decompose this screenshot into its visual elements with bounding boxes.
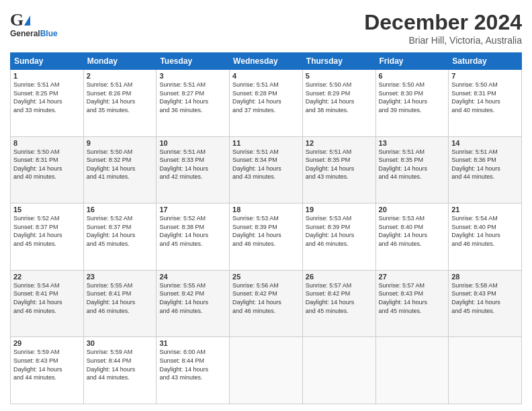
table-row [302,337,375,404]
day-info: Sunrise: 5:58 AM Sunset: 8:43 PM Dayligh… [451,281,519,315]
table-row: 16Sunrise: 5:52 AM Sunset: 8:37 PM Dayli… [83,203,157,271]
table-row: 3Sunrise: 5:51 AM Sunset: 8:27 PM Daylig… [157,70,230,137]
day-info: Sunrise: 5:55 AM Sunset: 8:42 PM Dayligh… [159,281,226,315]
day-number: 1 [13,72,81,80]
day-number: 27 [379,273,446,281]
day-number: 28 [451,273,519,281]
table-row: 5Sunrise: 5:50 AM Sunset: 8:29 PM Daylig… [302,70,375,137]
day-info: Sunrise: 5:50 AM Sunset: 8:32 PM Dayligh… [87,148,154,181]
table-row: 29Sunrise: 5:59 AM Sunset: 8:43 PM Dayli… [11,337,84,404]
day-info: Sunrise: 5:52 AM Sunset: 8:38 PM Dayligh… [159,214,226,248]
day-number: 5 [306,72,373,80]
table-row: 14Sunrise: 5:51 AM Sunset: 8:36 PM Dayli… [449,136,522,203]
logo-blue-text: Blue [40,29,58,38]
day-info: Sunrise: 5:57 AM Sunset: 8:43 PM Dayligh… [379,281,446,315]
table-row: 10Sunrise: 5:51 AM Sunset: 8:33 PM Dayli… [157,136,230,203]
day-number: 2 [87,72,154,80]
table-row: 2Sunrise: 5:51 AM Sunset: 8:26 PM Daylig… [83,70,157,137]
day-number: 23 [87,273,154,281]
day-info: Sunrise: 5:57 AM Sunset: 8:42 PM Dayligh… [306,281,373,315]
calendar-table: Sunday Monday Tuesday Wednesday Thursday… [10,52,522,404]
day-info: Sunrise: 5:50 AM Sunset: 8:30 PM Dayligh… [379,81,446,114]
header: G General Blue December 2024 Briar Hill,… [10,10,522,46]
day-info: Sunrise: 5:53 AM Sunset: 8:39 PM Dayligh… [232,214,300,248]
table-row: 22Sunrise: 5:54 AM Sunset: 8:41 PM Dayli… [11,270,84,337]
day-info: Sunrise: 5:56 AM Sunset: 8:42 PM Dayligh… [232,281,300,315]
day-number: 9 [87,139,154,147]
day-number: 10 [159,139,226,147]
col-friday: Friday [375,53,449,70]
day-number: 6 [379,72,446,80]
table-row: 8Sunrise: 5:50 AM Sunset: 8:31 PM Daylig… [11,136,84,203]
day-number: 4 [232,72,300,80]
table-row: 12Sunrise: 5:51 AM Sunset: 8:35 PM Dayli… [302,136,375,203]
calendar-subtitle: Briar Hill, Victoria, Australia [364,35,522,46]
table-row: 17Sunrise: 5:52 AM Sunset: 8:38 PM Dayli… [157,203,230,271]
table-row: 4Sunrise: 5:51 AM Sunset: 8:28 PM Daylig… [230,70,303,137]
day-info: Sunrise: 5:59 AM Sunset: 8:44 PM Dayligh… [87,348,154,381]
day-number: 15 [13,205,81,214]
table-row: 18Sunrise: 5:53 AM Sunset: 8:39 PM Dayli… [230,203,303,271]
day-info: Sunrise: 5:50 AM Sunset: 8:31 PM Dayligh… [13,148,81,181]
day-number: 31 [159,339,226,347]
day-number: 16 [87,205,154,214]
day-info: Sunrise: 5:55 AM Sunset: 8:41 PM Dayligh… [87,281,154,315]
day-number: 8 [13,139,81,147]
table-row [375,337,449,404]
day-number: 24 [159,273,226,281]
day-info: Sunrise: 5:52 AM Sunset: 8:37 PM Dayligh… [13,214,81,248]
table-row [449,337,522,404]
day-number: 22 [13,273,81,281]
calendar-header-row: Sunday Monday Tuesday Wednesday Thursday… [11,53,522,70]
logo-triangle-icon [24,15,30,26]
day-number: 18 [232,205,300,214]
table-row: 25Sunrise: 5:56 AM Sunset: 8:42 PM Dayli… [230,270,303,337]
table-row: 23Sunrise: 5:55 AM Sunset: 8:41 PM Dayli… [83,270,157,337]
col-thursday: Thursday [302,53,375,70]
calendar-week-3: 15Sunrise: 5:52 AM Sunset: 8:37 PM Dayli… [11,203,522,271]
col-sunday: Sunday [11,53,84,70]
day-number: 26 [306,273,373,281]
day-info: Sunrise: 5:51 AM Sunset: 8:26 PM Dayligh… [87,81,154,114]
table-row: 6Sunrise: 5:50 AM Sunset: 8:30 PM Daylig… [375,70,449,137]
day-info: Sunrise: 5:51 AM Sunset: 8:35 PM Dayligh… [379,148,446,181]
day-info: Sunrise: 6:00 AM Sunset: 8:44 PM Dayligh… [159,348,226,381]
day-number: 29 [13,339,81,347]
day-info: Sunrise: 5:54 AM Sunset: 8:41 PM Dayligh… [13,281,81,315]
table-row: 13Sunrise: 5:51 AM Sunset: 8:35 PM Dayli… [375,136,449,203]
col-tuesday: Tuesday [157,53,230,70]
table-row: 26Sunrise: 5:57 AM Sunset: 8:42 PM Dayli… [302,270,375,337]
day-info: Sunrise: 5:51 AM Sunset: 8:25 PM Dayligh… [13,81,81,114]
day-number: 3 [159,72,226,80]
table-row: 11Sunrise: 5:51 AM Sunset: 8:34 PM Dayli… [230,136,303,203]
table-row: 30Sunrise: 5:59 AM Sunset: 8:44 PM Dayli… [83,337,157,404]
table-row: 21Sunrise: 5:54 AM Sunset: 8:40 PM Dayli… [449,203,522,271]
day-info: Sunrise: 5:51 AM Sunset: 8:34 PM Dayligh… [232,148,300,181]
day-number: 12 [306,139,373,147]
day-info: Sunrise: 5:59 AM Sunset: 8:43 PM Dayligh… [13,348,81,381]
day-info: Sunrise: 5:53 AM Sunset: 8:40 PM Dayligh… [379,214,446,248]
day-number: 19 [306,205,373,214]
table-row [230,337,303,404]
day-number: 17 [159,205,226,214]
day-number: 11 [232,139,300,147]
calendar-week-1: 1Sunrise: 5:51 AM Sunset: 8:25 PM Daylig… [11,70,522,137]
title-block: December 2024 Briar Hill, Victoria, Aust… [364,10,522,46]
day-number: 30 [87,339,154,347]
day-info: Sunrise: 5:50 AM Sunset: 8:31 PM Dayligh… [451,81,519,114]
table-row: 24Sunrise: 5:55 AM Sunset: 8:42 PM Dayli… [157,270,230,337]
table-row: 7Sunrise: 5:50 AM Sunset: 8:31 PM Daylig… [449,70,522,137]
day-number: 13 [379,139,446,147]
day-number: 25 [232,273,300,281]
day-info: Sunrise: 5:51 AM Sunset: 8:33 PM Dayligh… [159,148,226,181]
day-info: Sunrise: 5:51 AM Sunset: 8:28 PM Dayligh… [232,81,300,114]
table-row: 31Sunrise: 6:00 AM Sunset: 8:44 PM Dayli… [157,337,230,404]
day-number: 21 [451,205,519,214]
day-info: Sunrise: 5:54 AM Sunset: 8:40 PM Dayligh… [451,214,519,248]
col-monday: Monday [83,53,157,70]
day-info: Sunrise: 5:51 AM Sunset: 8:36 PM Dayligh… [451,148,519,181]
table-row: 19Sunrise: 5:53 AM Sunset: 8:39 PM Dayli… [302,203,375,271]
day-info: Sunrise: 5:51 AM Sunset: 8:35 PM Dayligh… [306,148,373,181]
calendar-title: December 2024 [364,10,522,35]
logo: G General Blue [10,10,58,38]
